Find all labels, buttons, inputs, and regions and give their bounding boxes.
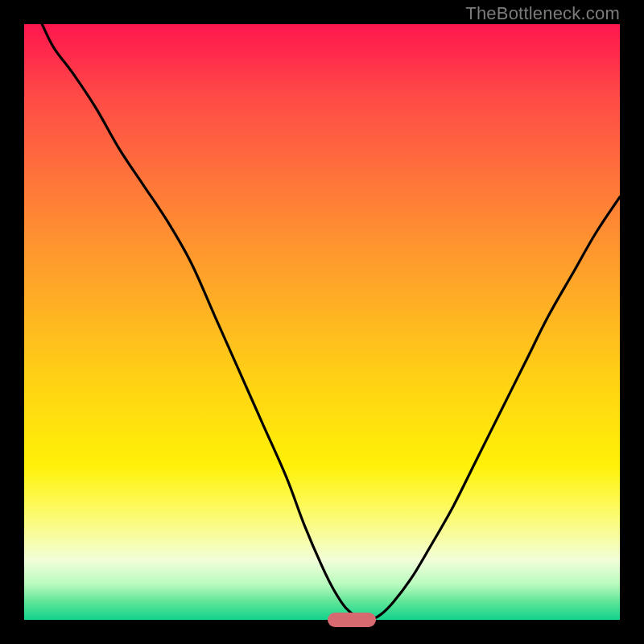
- plot-area: [24, 24, 620, 620]
- attribution-text: TheBottleneck.com: [465, 3, 620, 24]
- curve-path: [42, 24, 620, 620]
- bottleneck-curve: [24, 24, 620, 620]
- chart-frame: TheBottleneck.com: [0, 0, 644, 644]
- optimum-marker: [328, 613, 375, 627]
